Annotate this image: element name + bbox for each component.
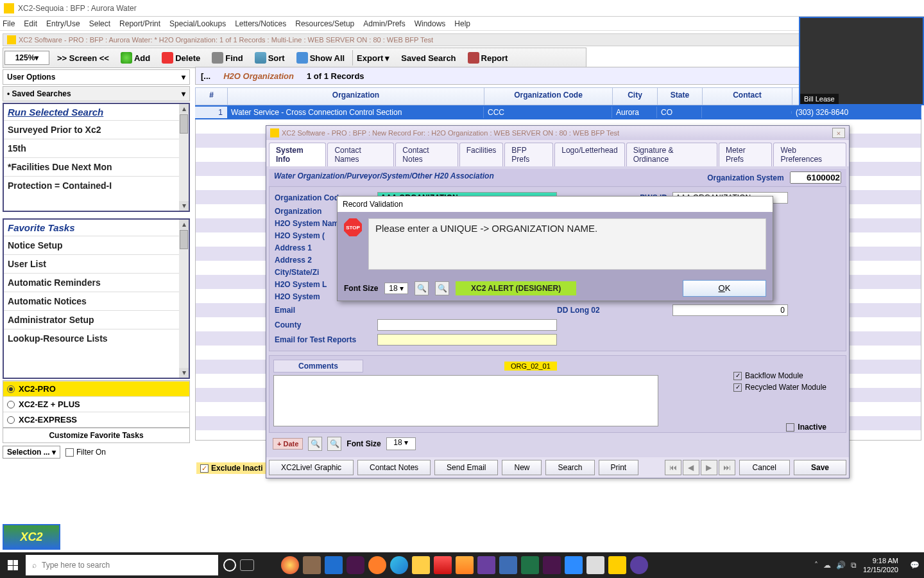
taskbar-clock[interactable]: 9:18 AM 12/15/2020 [857, 556, 905, 574]
add-button[interactable]: Add [117, 50, 154, 66]
zoom-in-icon[interactable]: 🔍 [415, 281, 429, 295]
nav-prev-icon[interactable]: ◀ [683, 460, 699, 475]
org-system-input[interactable] [790, 171, 841, 184]
radio-xc2-pro[interactable]: XC2-PRO [3, 381, 189, 396]
tray-network-icon[interactable]: ⧉ [851, 561, 857, 570]
start-button[interactable] [0, 552, 26, 578]
menu-special-lookups[interactable]: Special/Lookups [169, 19, 226, 28]
notifications-icon[interactable]: 💬 [905, 552, 924, 578]
favorite-task-item[interactable]: Automatic Reminders [4, 273, 189, 292]
send-email-button[interactable]: Send Email [434, 460, 498, 475]
menu-admin-prefs[interactable]: Admin/Prefs [363, 19, 405, 28]
selection-dropdown[interactable]: Selection ... ▾ [3, 446, 60, 459]
recycled-checkbox[interactable]: ✓Recycled Water Module [733, 383, 826, 392]
taskbar-app-icon[interactable] [346, 556, 364, 574]
contact-notes-button[interactable]: Contact Notes [357, 460, 431, 475]
menu-report-print[interactable]: Report/Print [119, 19, 160, 28]
scroll-thumb[interactable] [180, 230, 188, 249]
favorite-task-item[interactable]: User List [4, 254, 189, 273]
saved-search-item[interactable]: Protection = Contained-I [4, 176, 189, 195]
list-button[interactable]: [... [201, 71, 210, 81]
menu-select[interactable]: Select [89, 19, 110, 28]
tab-contact-notes[interactable]: Contact Notes [395, 143, 458, 166]
screen-button[interactable]: >> Screen << [53, 50, 113, 66]
ok-button[interactable]: OK [683, 280, 766, 297]
scrollbar[interactable]: ▴▾ [179, 220, 189, 378]
tray-chevron-up-icon[interactable]: ˄ [814, 561, 818, 570]
input-dd-long[interactable] [672, 304, 788, 316]
inactive-checkbox[interactable]: Inactive [786, 423, 826, 432]
scrollbar[interactable]: ▴▾ [179, 104, 189, 211]
input-email-test-reports[interactable] [377, 334, 557, 346]
menu-help[interactable]: Help [454, 19, 470, 28]
taskbar-app-icon[interactable] [456, 556, 474, 574]
table-row[interactable]: 1 Water Service - Cross Connection Contr… [195, 105, 921, 119]
taskbar-app-icon[interactable] [412, 556, 430, 574]
customize-tasks-button[interactable]: Customize Favorite Tasks [3, 428, 190, 443]
saved-searches-head[interactable]: • Saved Searches▾ [3, 86, 190, 101]
nav-last-icon[interactable]: ⏭ [719, 460, 735, 475]
tab-web-preferences[interactable]: Web Preferences [773, 143, 846, 166]
run-selected-search[interactable]: Run Selected Search [4, 104, 189, 120]
tab-bfp-prefs[interactable]: BFP Prefs [504, 143, 553, 166]
task-view-icon[interactable] [240, 559, 254, 571]
font-size-select[interactable]: 18 ▾ [386, 437, 416, 450]
close-icon[interactable]: ⨉ [832, 128, 845, 138]
tab-system-info[interactable]: System Info [269, 143, 326, 166]
radio-xc2-ez[interactable]: XC2-EZ + PLUS [3, 396, 189, 412]
filter-on-checkbox[interactable]: Filter On [65, 448, 106, 457]
user-options-dropdown[interactable]: User Options▾ [3, 69, 190, 85]
favorite-task-item[interactable]: Notice Setup [4, 236, 189, 254]
col-num[interactable]: # [196, 88, 228, 105]
comments-textarea[interactable] [273, 375, 658, 426]
menu-entry-use[interactable]: Entry/Use [46, 19, 80, 28]
favorite-task-item[interactable]: Automatic Notices [4, 292, 189, 310]
menu-file[interactable]: File [3, 19, 15, 28]
tray-volume-icon[interactable]: 🔊 [836, 561, 846, 570]
tab-logo-letterhead[interactable]: Logo/Letterhead [554, 143, 624, 166]
col-organization[interactable]: Organization [228, 88, 484, 105]
menu-letters-notices[interactable]: Letters/Notices [235, 19, 286, 28]
zoom-out-icon[interactable]: 🔍 [327, 437, 341, 451]
input-county[interactable] [377, 319, 557, 331]
taskbar-app-icon[interactable] [499, 556, 517, 574]
modal-title[interactable]: Record Validation [338, 197, 773, 212]
col-organization-code[interactable]: Organization Code [484, 88, 613, 105]
tray-cloud-icon[interactable]: ☁ [823, 561, 831, 570]
taskbar-app-icon[interactable] [390, 556, 408, 574]
taskbar-app-icon[interactable] [281, 556, 299, 574]
col-contact[interactable]: Contact [703, 88, 792, 105]
taskbar-app-icon[interactable] [586, 556, 604, 574]
taskbar-app-icon[interactable] [608, 556, 626, 574]
col-city[interactable]: City [613, 88, 658, 105]
favorite-task-item[interactable]: Lookup-Resource Lists [4, 329, 189, 347]
tab-signature-ordinance[interactable]: Signature & Ordinance [626, 143, 717, 166]
save-button[interactable]: Save [794, 460, 846, 475]
cancel-button[interactable]: Cancel [739, 460, 790, 475]
taskbar-app-icon[interactable] [477, 556, 495, 574]
modal-font-size-select[interactable]: 18 ▾ [384, 283, 408, 294]
saved-search-item[interactable]: *Facilities Due Next Mon [4, 157, 189, 176]
tab-facilities[interactable]: Facilities [459, 143, 504, 166]
favorite-task-item[interactable]: Administrator Setup [4, 310, 189, 329]
scroll-down-icon[interactable]: ▾ [179, 368, 189, 378]
taskbar-app-icon[interactable] [303, 556, 321, 574]
scroll-up-icon[interactable]: ▴ [179, 220, 189, 229]
taskbar-app-icon[interactable] [543, 556, 561, 574]
tab-meter-prefs[interactable]: Meter Prefs [719, 143, 772, 166]
date-button[interactable]: + Date [273, 438, 303, 450]
print-button[interactable]: Print [599, 460, 639, 475]
zoom-in-icon[interactable]: 🔍 [308, 437, 322, 451]
task-cortana-icon[interactable] [223, 559, 236, 572]
taskbar-app-icon[interactable] [368, 556, 386, 574]
dialog-titlebar[interactable]: XC2 Software - PRO : BFP : New Record Fo… [266, 126, 849, 140]
taskbar-app-icon[interactable] [630, 556, 648, 574]
backflow-checkbox[interactable]: ✓Backflow Module [733, 371, 826, 380]
new-button[interactable]: New [502, 460, 542, 475]
zoom-select[interactable]: 125% ▾ [4, 51, 49, 65]
nav-next-icon[interactable]: ▶ [701, 460, 717, 475]
col-state[interactable]: State [658, 88, 703, 105]
menu-resources-setup[interactable]: Resources/Setup [295, 19, 354, 28]
exclude-inactive-checkbox[interactable]: ✓ Exclude Inacti [196, 462, 267, 474]
zoom-out-icon[interactable]: 🔍 [435, 281, 449, 295]
